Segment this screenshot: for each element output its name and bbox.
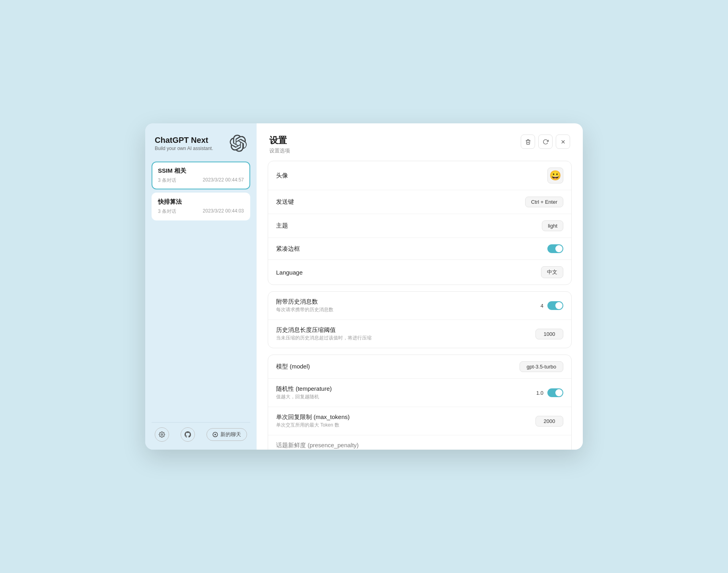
temperature-value: 1.0 [531,388,563,397]
close-icon [560,139,566,145]
chat-item-title-0: SSIM 相关 [158,167,244,175]
refresh-button[interactable] [538,134,553,149]
settings-row-compression: 历史消息长度压缩阈值 当未压缩的历史消息超过该值时，将进行压缩 1000 [268,320,571,348]
compression-input[interactable]: 1000 [535,329,563,339]
settings-section-2: 模型 (model) gpt-3.5-turbo 随机性 (temperatur… [268,355,572,450]
refresh-icon [543,139,549,145]
history-count-value: 4 [531,301,563,310]
chat-list: SSIM 相关 3 条对话 2023/3/22 00:44:57 快排算法 3 … [152,162,250,416]
close-button[interactable] [556,134,570,149]
new-chat-label: 新的聊天 [220,431,241,438]
history-count-number: 4 [531,303,543,309]
plus-icon [212,432,218,437]
max-tokens-value: 2000 [535,416,563,427]
model-value: gpt-3.5-turbo [520,361,563,372]
compact-value [547,244,563,253]
compact-label-block: 紧凑边框 [276,245,300,253]
theme-badge[interactable]: light [542,220,563,231]
history-count-label-block: 附带历史消息数 每次请求携带的历史消息数 [276,298,333,313]
sendkey-value: Ctrl + Enter [525,197,563,207]
settings-section-1: 附带历史消息数 每次请求携带的历史消息数 4 历史消息长度压缩阈值 当未压缩的历… [268,291,572,348]
app-container: ChatGPT Next Build your own AI assistant… [145,123,583,450]
sendkey-label-block: 发送键 [276,198,294,206]
theme-label-block: 主题 [276,222,288,230]
settings-row-temperature: 随机性 (temperature) 值越大，回复越随机 1.0 [268,379,571,407]
main-panel: 设置 设置选项 [257,123,583,450]
model-badge[interactable]: gpt-3.5-turbo [520,361,563,372]
model-label-block: 模型 (model) [276,363,310,370]
trash-icon [525,139,531,145]
settings-header-actions [521,134,570,149]
settings-icon-btn[interactable] [155,427,169,442]
avatar-label: 头像 [276,172,288,179]
openai-logo-icon [230,134,247,152]
sidebar-title-block: ChatGPT Next Build your own AI assistant… [155,136,213,151]
settings-title-block: 设置 设置选项 [269,134,290,154]
sidebar: ChatGPT Next Build your own AI assistant… [145,123,257,450]
settings-row-compact: 紧凑边框 [268,238,571,260]
language-label-block: Language [276,269,303,276]
compression-label-block: 历史消息长度压缩阈值 当未压缩的历史消息超过该值时，将进行压缩 [276,326,372,341]
sidebar-footer: 新的聊天 [152,422,250,442]
settings-row-model: 模型 (model) gpt-3.5-turbo [268,355,571,379]
max-tokens-label-block: 单次回复限制 (max_tokens) 单次交互所用的最大 Token 数 [276,413,350,429]
svg-point-0 [161,434,163,435]
compression-value: 1000 [535,329,563,339]
chat-item-date-1: 2023/3/22 00:44:03 [203,208,244,215]
github-icon-btn[interactable] [181,427,195,442]
compact-toggle[interactable] [547,244,563,253]
chat-item-count-1: 3 条对话 [158,208,176,215]
chat-item-date-0: 2023/3/22 00:44:57 [203,177,244,184]
settings-icon [159,431,165,438]
new-chat-button[interactable]: 新的聊天 [206,428,247,441]
settings-row-history-count: 附带历史消息数 每次请求携带的历史消息数 4 [268,292,571,320]
settings-row-presence: 话题新鲜度 (presence_penalty) [268,435,571,450]
chat-item-0[interactable]: SSIM 相关 3 条对话 2023/3/22 00:44:57 [152,162,250,189]
settings-row-language: Language 中文 [268,260,571,285]
settings-body: 头像 😀 发送键 Ctrl + Enter [257,161,583,450]
avatar-value: 😀 [547,168,563,183]
temperature-number: 1.0 [531,390,543,396]
history-count-toggle[interactable] [547,301,563,310]
sidebar-title: ChatGPT Next [155,136,213,145]
theme-value: light [542,220,563,231]
chat-item-1[interactable]: 快排算法 3 条对话 2023/3/22 00:44:03 [152,193,250,220]
chat-item-count-0: 3 条对话 [158,177,176,184]
settings-title: 设置 [269,134,290,146]
settings-row-sendkey: 发送键 Ctrl + Enter [268,190,571,214]
presence-label-block: 话题新鲜度 (presence_penalty) [276,442,359,449]
language-value: 中文 [541,266,563,278]
temperature-label-block: 随机性 (temperature) 值越大，回复越随机 [276,385,332,400]
chat-item-meta-0: 3 条对话 2023/3/22 00:44:57 [158,177,244,184]
settings-row-theme: 主题 light [268,214,571,238]
avatar-emoji[interactable]: 😀 [547,168,563,183]
settings-section-0: 头像 😀 发送键 Ctrl + Enter [268,161,572,285]
settings-row-max-tokens: 单次回复限制 (max_tokens) 单次交互所用的最大 Token 数 20… [268,407,571,435]
sendkey-badge[interactable]: Ctrl + Enter [525,197,563,207]
settings-row-avatar: 头像 😀 [268,161,571,190]
settings-subtitle: 设置选项 [269,147,290,154]
github-icon [185,431,191,438]
max-tokens-input[interactable]: 2000 [535,416,563,427]
reset-button[interactable] [521,134,535,149]
settings-header: 设置 设置选项 [257,123,583,161]
chat-item-meta-1: 3 条对话 2023/3/22 00:44:03 [158,208,244,215]
sidebar-header: ChatGPT Next Build your own AI assistant… [152,134,250,152]
chat-item-title-1: 快排算法 [158,198,244,206]
temperature-toggle[interactable] [547,388,563,397]
language-badge[interactable]: 中文 [541,266,563,278]
sidebar-subtitle: Build your own AI assistant. [155,146,213,151]
